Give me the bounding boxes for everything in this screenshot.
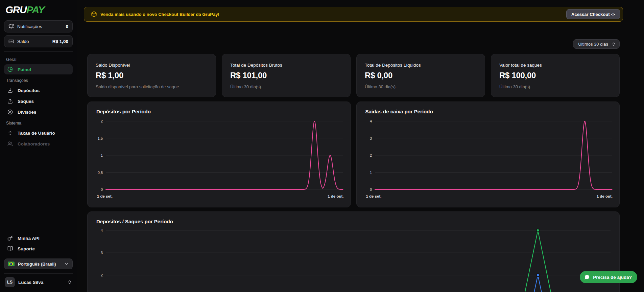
svg-text:4: 4 bbox=[369, 119, 372, 123]
grupay-logo: GRUPAY bbox=[4, 3, 73, 18]
svg-text:1,5: 1,5 bbox=[98, 136, 103, 140]
cashout-line-chart: 43210 bbox=[362, 116, 614, 194]
sidebar-footer: Minha API Suporte Português (Brasil) LS … bbox=[4, 233, 73, 288]
banner-text: Venda mais usando o novo Checkout Builde… bbox=[100, 12, 563, 17]
cashout-chart-card: Saídas de caixa por Período 43210 1 de s… bbox=[356, 102, 620, 207]
main-content: Venda mais usando o novo Checkout Builde… bbox=[77, 7, 644, 292]
banknote-icon bbox=[8, 39, 14, 44]
sidebar-item-label: Depósitos bbox=[18, 88, 40, 93]
svg-text:2: 2 bbox=[101, 273, 103, 277]
stat-title: Valor total de saques bbox=[499, 63, 611, 68]
language-select[interactable]: Português (Brasil) bbox=[4, 259, 73, 269]
sidebar-item-painel[interactable]: Painel bbox=[4, 64, 73, 74]
sidebar-item-suporte[interactable]: Suporte bbox=[4, 244, 73, 254]
stat-value: R$ 0,00 bbox=[365, 71, 477, 80]
section-transacoes: Transações bbox=[6, 78, 71, 83]
notifications-count: 0 bbox=[66, 24, 68, 29]
svg-text:0: 0 bbox=[101, 187, 103, 192]
stat-subtitle: Último 30 dia(s). bbox=[499, 84, 611, 89]
stat-title: Saldo Disponível bbox=[96, 63, 208, 68]
stat-card-total-saques: Valor total de saques R$ 100,00 Último 3… bbox=[491, 54, 620, 97]
stat-title: Total de Depósitos Brutos bbox=[230, 63, 342, 68]
section-geral: Geral bbox=[6, 57, 71, 62]
sidebar-divider bbox=[4, 51, 73, 52]
logo-text-gru: GRU bbox=[5, 4, 26, 15]
svg-text:1: 1 bbox=[101, 153, 103, 157]
charts-row: Depósitos por Período 21,510,50 1 de set… bbox=[87, 102, 620, 207]
sidebar-item-saques[interactable]: Saques bbox=[4, 96, 73, 106]
stat-value: R$ 100,00 bbox=[499, 71, 611, 80]
user-name: Lucas Silva bbox=[18, 280, 64, 285]
svg-text:0: 0 bbox=[369, 187, 372, 192]
sidebar-item-minha-api[interactable]: Minha API bbox=[4, 233, 73, 243]
notifications-button[interactable]: Notificações 0 bbox=[4, 20, 73, 32]
svg-text:3: 3 bbox=[369, 136, 372, 140]
bottom-chart-row: Depositos / Saques por Período 43210 bbox=[87, 211, 620, 292]
user-menu[interactable]: LS Lucas Silva bbox=[4, 273, 73, 288]
deposits-chart-card: Depósitos por Período 21,510,50 1 de set… bbox=[87, 102, 351, 207]
checkout-promo-banner: Venda mais usando o novo Checkout Builde… bbox=[84, 7, 623, 22]
sidebar-item-colaboradores[interactable]: Colaboradores bbox=[4, 139, 73, 149]
sidebar-item-label: Divisões bbox=[18, 110, 37, 115]
stat-value: R$ 1,00 bbox=[96, 71, 208, 80]
notifications-label: Notificações bbox=[17, 24, 63, 29]
combined-chart-card: Depositos / Saques por Período 43210 bbox=[87, 211, 620, 292]
download-icon bbox=[7, 88, 13, 93]
chat-bubble-icon bbox=[584, 274, 590, 280]
balance-label: Saldo bbox=[17, 39, 49, 44]
sidebar-item-taxas-de-usuario[interactable]: Taxas de Usuário bbox=[4, 128, 73, 138]
toolbar: Ultimos 30 dias bbox=[87, 39, 620, 49]
sidebar-item-depositos[interactable]: Depósitos bbox=[4, 85, 73, 95]
svg-text:0,5: 0,5 bbox=[98, 171, 103, 175]
period-select-value: Ultimos 30 dias bbox=[578, 42, 608, 47]
key-icon bbox=[7, 235, 13, 241]
access-checkout-button[interactable]: Acessar Checkout -> bbox=[566, 9, 620, 19]
chart-title: Saídas de caixa por Período bbox=[362, 109, 614, 114]
svg-text:1: 1 bbox=[369, 171, 372, 175]
balance-button[interactable]: Saldo R$ 1,00 bbox=[4, 35, 73, 47]
stat-subtitle: Saldo disponível para solicitação de saq… bbox=[96, 84, 208, 89]
svg-text:3: 3 bbox=[101, 251, 103, 255]
language-value: Português (Brasil) bbox=[18, 262, 61, 267]
stat-card-depositos-liquidos: Total de Depósitos Líquidos R$ 0,00 Últi… bbox=[356, 54, 485, 97]
x-label-end: 1 de out. bbox=[328, 194, 343, 198]
users-icon bbox=[7, 141, 13, 147]
upload-icon bbox=[7, 98, 13, 104]
sidebar-item-label: Suporte bbox=[18, 246, 35, 251]
x-label-end: 1 de out. bbox=[597, 194, 613, 198]
bell-icon bbox=[8, 24, 14, 29]
sidebar-item-label: Taxas de Usuário bbox=[18, 131, 55, 136]
sidebar-item-label: Colaboradores bbox=[18, 141, 50, 147]
avatar: LS bbox=[5, 277, 15, 287]
sidebar-item-label: Minha API bbox=[18, 236, 40, 241]
chart-title: Depósitos por Período bbox=[93, 109, 345, 114]
stat-card-depositos-brutos: Total de Depósitos Brutos R$ 101,00 Últi… bbox=[222, 54, 351, 97]
sidebar-item-label: Saques bbox=[18, 99, 34, 104]
chevrons-up-down-icon bbox=[612, 42, 616, 46]
stat-title: Total de Depósitos Líquidos bbox=[365, 63, 477, 68]
combined-line-chart: 43210 bbox=[93, 226, 614, 292]
svg-text:4: 4 bbox=[101, 228, 103, 232]
sidebar-item-divisoes[interactable]: Divisões bbox=[4, 107, 73, 117]
x-axis-labels: 1 de set. 1 de out. bbox=[93, 194, 345, 198]
period-select[interactable]: Ultimos 30 dias bbox=[573, 39, 620, 49]
pie-chart-icon bbox=[7, 67, 13, 72]
help-button[interactable]: Precisa de ajuda? bbox=[580, 271, 637, 283]
stat-subtitle: Último 30 dia(s). bbox=[365, 84, 477, 89]
book-open-icon bbox=[7, 246, 13, 251]
stat-cards-row: Saldo Disponível R$ 1,00 Saldo disponíve… bbox=[87, 54, 620, 97]
deposits-line-chart: 21,510,50 bbox=[93, 116, 345, 194]
chevron-down-icon bbox=[64, 262, 69, 266]
svg-text:2: 2 bbox=[101, 119, 103, 123]
chart-title: Depositos / Saques por Período bbox=[93, 219, 614, 224]
svg-text:2: 2 bbox=[369, 153, 372, 157]
stat-value: R$ 101,00 bbox=[230, 71, 342, 80]
x-label-start: 1 de set. bbox=[366, 194, 382, 198]
stat-card-saldo-disponivel: Saldo Disponível R$ 1,00 Saldo disponíve… bbox=[87, 54, 216, 97]
logo-text-pay: PAY bbox=[26, 4, 44, 15]
chevrons-up-down-icon bbox=[67, 280, 72, 285]
help-button-label: Precisa de ajuda? bbox=[593, 275, 632, 280]
brazil-flag-icon bbox=[8, 262, 15, 266]
percent-circle-icon bbox=[7, 109, 13, 115]
x-axis-labels: 1 de set. 1 de out. bbox=[362, 194, 614, 198]
